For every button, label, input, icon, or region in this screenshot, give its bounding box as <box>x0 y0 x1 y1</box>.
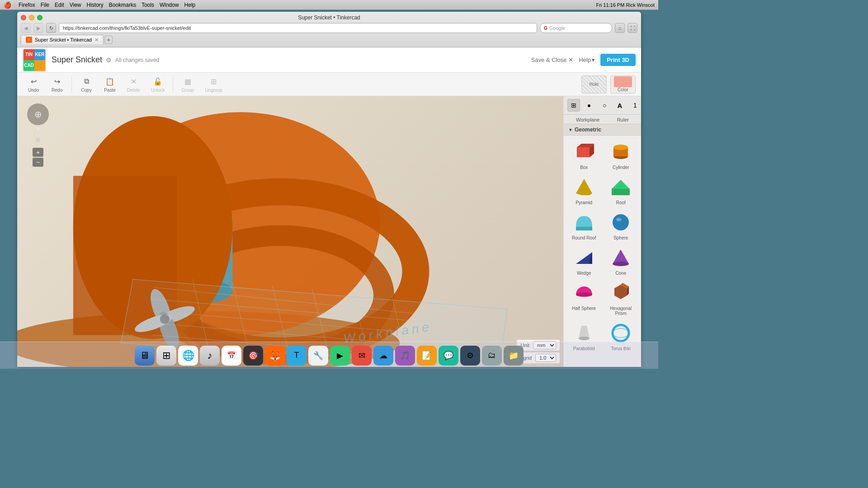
menu-view[interactable]: View <box>70 2 81 8</box>
grid-view-tab[interactable]: ⊞ <box>567 99 580 112</box>
forward-button[interactable]: ▶ <box>33 23 43 33</box>
save-close-button[interactable]: Save & Close ✕ <box>531 56 574 63</box>
shape-cone[interactable]: Cone <box>603 243 640 278</box>
delete-icon: ✕ <box>128 76 139 87</box>
shape-round-roof[interactable]: Round Roof <box>566 208 603 243</box>
home-button[interactable]: ⌂ <box>615 23 625 33</box>
svg-rect-25 <box>612 189 630 195</box>
color-label: Color <box>618 87 628 92</box>
hole-button[interactable]: Hole <box>581 75 607 94</box>
tab-close-icon[interactable]: ✕ <box>94 37 99 43</box>
unlock-button[interactable]: 🔓 Unlock <box>146 74 170 94</box>
menu-window[interactable]: Window <box>160 2 179 8</box>
menu-history[interactable]: History <box>87 2 104 8</box>
menu-edit[interactable]: Edit <box>55 2 64 8</box>
shape-wedge[interactable]: Wedge <box>566 243 603 278</box>
zoom-in-button[interactable]: + <box>33 148 43 157</box>
nav-cube: ⊕ ? + − <box>24 103 52 167</box>
group-button[interactable]: ▦ Group <box>177 74 198 94</box>
minimize-button[interactable] <box>29 15 34 20</box>
delete-button[interactable]: ✕ Delete <box>123 74 145 94</box>
ungroup-button[interactable]: ⊞ Ungroup <box>200 74 226 94</box>
dock-chrome[interactable]: 🌐 <box>178 346 198 366</box>
shape-box[interactable]: Box <box>566 137 603 173</box>
dock-launchpad[interactable]: ⊞ <box>156 346 176 366</box>
dock-item-17[interactable]: 🗂 <box>482 346 502 366</box>
hole-label: Hole <box>590 82 599 87</box>
active-tab[interactable]: T Super Snicket • Tinkercad ✕ <box>21 35 104 44</box>
chevron-down-icon: ▾ <box>592 56 595 63</box>
close-button[interactable] <box>21 15 26 20</box>
menu-bookmarks[interactable]: Bookmarks <box>109 2 136 8</box>
redo-button[interactable]: ↪ Redo <box>46 74 68 94</box>
dock-item-7[interactable]: 🦊 <box>265 346 285 366</box>
dock-calendar[interactable]: 📅 <box>222 346 241 366</box>
clock-user: Fri 11:16 PM Rick Winscot <box>596 2 655 8</box>
menu-file[interactable]: File <box>41 2 49 8</box>
back-button[interactable]: ◀ <box>21 23 31 33</box>
viewport[interactable]: Workplane ⊕ ? + − Un <box>17 96 563 367</box>
main-area: Workplane ⊕ ? + − Un <box>17 96 641 367</box>
shape-pyramid[interactable]: Pyramid <box>566 173 603 208</box>
dock-itunes[interactable]: ♪ <box>200 346 220 366</box>
zoom-controls: + − <box>33 148 43 167</box>
svg-point-21 <box>613 145 628 150</box>
dock-item-8[interactable]: T <box>287 346 307 366</box>
zoom-out-button[interactable]: − <box>33 158 43 167</box>
dock-item-6[interactable]: 🎯 <box>243 346 263 366</box>
dock-item-14[interactable]: 📝 <box>417 346 437 366</box>
dock-item-10[interactable]: ▶ <box>330 346 350 366</box>
address-bar[interactable]: https://tinkercad.com/things/fkiTa53blvE… <box>59 23 537 33</box>
orbit-control[interactable]: ⊕ <box>27 103 49 125</box>
paste-icon: 📋 <box>104 76 115 87</box>
text-view-tab[interactable]: A <box>613 99 626 112</box>
copy-button[interactable]: ⧉ Copy <box>75 74 97 94</box>
maximize-button[interactable] <box>37 15 42 20</box>
dock-item-9[interactable]: 🔧 <box>308 346 328 366</box>
sphere-icon <box>609 211 632 234</box>
hex-prism-icon <box>609 281 632 305</box>
copy-label: Copy <box>81 88 91 93</box>
number-view-tab[interactable]: 1 <box>629 99 641 112</box>
shape-sphere[interactable]: Sphere <box>603 208 640 243</box>
shape-hex-prism[interactable]: Hexagonal Prism <box>603 278 640 319</box>
sphere-view-tab[interactable]: ● <box>583 99 595 112</box>
search-bar[interactable]: G Google <box>540 23 612 33</box>
shape-roof[interactable]: Roof <box>603 173 640 208</box>
dock-item-13[interactable]: 🎵 <box>395 346 415 366</box>
help-button[interactable]: Help ▾ <box>579 56 595 63</box>
logo-t: TIN <box>24 49 34 60</box>
undo-button[interactable]: ↩ Undo <box>23 74 44 94</box>
window-controls <box>21 15 42 20</box>
dock-item-12[interactable]: ☁ <box>373 346 393 366</box>
fullscreen-button[interactable]: ⛶ <box>627 23 637 33</box>
dock-finder[interactable]: 🖥 <box>135 346 155 366</box>
shape-half-sphere[interactable]: Half Sphere <box>566 278 603 319</box>
workplane-tab-label[interactable]: Workplane <box>576 117 599 122</box>
paste-button[interactable]: 📋 Paste <box>99 74 121 94</box>
ruler-tab-label[interactable]: Ruler <box>617 117 629 122</box>
right-panel: ⊞ ● ○ A 1 ★ Workplane Ruler ▼ Geometric <box>563 96 641 367</box>
menu-help[interactable]: Help <box>184 2 196 8</box>
menu-firefox[interactable]: Firefox <box>19 2 35 8</box>
color-button[interactable]: Color <box>610 75 636 94</box>
apple-menu[interactable]: 🍎 <box>4 1 11 9</box>
menu-tools[interactable]: Tools <box>142 2 154 8</box>
ring-view-tab[interactable]: ○ <box>598 99 611 112</box>
ungroup-icon: ⊞ <box>208 76 219 87</box>
dock-item-11[interactable]: ✉ <box>352 346 372 366</box>
title-bar: Super Snicket • Tinkercad <box>21 14 637 21</box>
tab-bar: T Super Snicket • Tinkercad ✕ + <box>21 35 637 44</box>
print3d-button[interactable]: Print 3D <box>600 54 636 66</box>
shape-cylinder[interactable]: Cylinder <box>603 137 640 173</box>
dock-item-16[interactable]: ⚙ <box>460 346 480 366</box>
reload-button[interactable]: ↻ <box>46 23 56 33</box>
settings-icon[interactable]: ⚙ <box>106 56 112 64</box>
dock-item-18[interactable]: 📁 <box>504 346 524 366</box>
window-title: Super Snicket • Tinkercad <box>298 14 360 21</box>
new-tab-button[interactable]: + <box>104 36 113 44</box>
geometric-section-header[interactable]: ▼ Geometric <box>564 124 641 136</box>
logo-cad: CAD <box>24 60 34 71</box>
dock-item-15[interactable]: 💬 <box>439 346 458 366</box>
unlock-label: Unlock <box>151 88 165 93</box>
